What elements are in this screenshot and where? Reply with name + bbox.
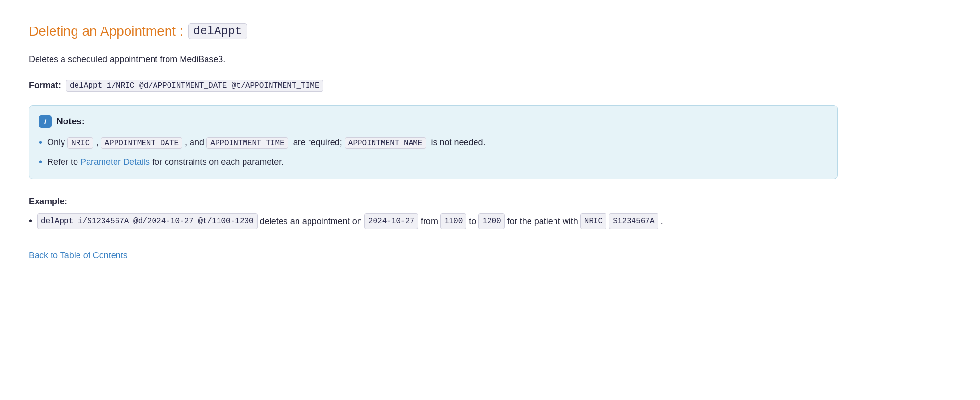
example-list: delAppt i/S1234567A @d/2024-10-27 @t/110… bbox=[29, 213, 838, 229]
notes-list: Only NRIC , APPOINTMENT_DATE , and APPOI… bbox=[39, 135, 824, 169]
example-to-code: 1200 bbox=[478, 213, 504, 229]
format-code: delAppt i/NRIC @d/APPOINTMENT_DATE @t/AP… bbox=[66, 80, 323, 92]
appt-time-code-1: APPOINTMENT_TIME bbox=[206, 137, 288, 149]
example-item: delAppt i/S1234567A @d/2024-10-27 @t/110… bbox=[29, 213, 838, 229]
page-title: Deleting an Appointment : delAppt bbox=[29, 23, 838, 39]
appt-date-code-1: APPOINTMENT_DATE bbox=[101, 137, 182, 149]
notes-item-2: Refer to Parameter Details for constrain… bbox=[39, 155, 824, 169]
example-date-code: 2024-10-27 bbox=[364, 213, 418, 229]
example-section: Example: delAppt i/S1234567A @d/2024-10-… bbox=[29, 197, 838, 229]
notes-item-1-content: Only NRIC , APPOINTMENT_DATE , and APPOI… bbox=[47, 135, 486, 150]
back-to-toc-link[interactable]: Back to Table of Contents bbox=[29, 251, 128, 261]
nric-code-1: NRIC bbox=[67, 137, 93, 149]
example-label: Example: bbox=[29, 197, 838, 207]
info-icon: i bbox=[39, 115, 52, 128]
example-nric-value: S1234567A bbox=[609, 213, 658, 229]
parameter-details-link[interactable]: Parameter Details bbox=[80, 157, 150, 167]
format-line: Format: delAppt i/NRIC @d/APPOINTMENT_DA… bbox=[29, 80, 838, 92]
example-nric-code: NRIC bbox=[580, 213, 606, 229]
example-from-code: 1100 bbox=[440, 213, 466, 229]
example-content: delAppt i/S1234567A @d/2024-10-27 @t/110… bbox=[37, 213, 838, 229]
command-badge: delAppt bbox=[188, 23, 247, 39]
description: Deletes a scheduled appointment from Med… bbox=[29, 53, 838, 67]
notes-box: i Notes: Only NRIC , APPOINTMENT_DATE , … bbox=[29, 105, 838, 179]
notes-header: i Notes: bbox=[39, 115, 824, 128]
notes-item-2-content: Refer to Parameter Details for constrain… bbox=[47, 155, 284, 169]
format-label: Format: bbox=[29, 80, 61, 91]
example-command-code: delAppt i/S1234567A @d/2024-10-27 @t/110… bbox=[37, 213, 258, 229]
appt-name-code-1: APPOINTMENT_NAME bbox=[345, 137, 426, 149]
notes-item-1: Only NRIC , APPOINTMENT_DATE , and APPOI… bbox=[39, 135, 824, 150]
